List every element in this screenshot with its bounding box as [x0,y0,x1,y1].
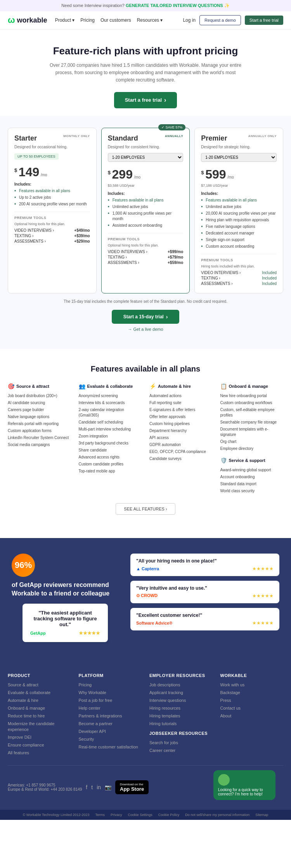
see-all-features-button[interactable]: SEE ALL FEATURES › [116,503,175,515]
footer-copyright: © Workable Technology Limited 2012-2023 [23,813,90,817]
software-advice-quote: "Excellent customer service!" [136,613,274,618]
premier-tool-assessments: ASSESSMENTS › Included [201,281,277,286]
footer-link-backstage[interactable]: Backstage [220,690,240,695]
footer-link-interview-q[interactable]: Interview questions [149,698,186,703]
start-15day-trial-button[interactable]: Start a 15-day trial [112,310,180,324]
features-grid: 🎯 Source & attract Job board distributio… [8,383,283,495]
premier-billing: ANNUALLY ONLY [248,134,277,138]
service-icon: 🛡️ [220,457,227,464]
footer-link-pricing[interactable]: Pricing [79,682,92,687]
chat-widget[interactable]: Looking for a quick way to connect? I'm … [213,770,275,800]
footer-link-applicant[interactable]: Applicant tracking [149,690,183,695]
service-support-title: 🛡️ Service & support [220,457,284,464]
premier-feature-7: Custom account onboarding [201,244,277,249]
footer-link-work-with-us[interactable]: Work with us [220,682,245,687]
nav-product[interactable]: Product ▾ [55,17,75,23]
footer-contact-info: Americas: +1 857 990 9675 Europe & Rest … [8,783,82,792]
banner-link[interactable]: GENERATE TAILORED INTERVIEW QUESTIONS [126,3,223,8]
footer-link-hiring-resources[interactable]: Hiring resources [149,706,180,710]
crowd-quote: "Very intuitive and easy to use." [136,585,274,591]
footer-link-job-desc[interactable]: Job descriptions [149,682,180,687]
footer-link-career-center[interactable]: Career center [149,748,175,753]
hero-cta-button[interactable]: Start a free trial [114,92,177,108]
footer-col-product: PRODUCT Source & attract Evaluate & coll… [8,673,71,757]
footer-link-automate[interactable]: Automate & hire [8,698,38,703]
hero-description: Over 27,000 companies have hired 1.5 mil… [48,62,242,84]
footer-link-contact[interactable]: Contact us [220,706,241,710]
premier-price-annual: $7,188 USD/year [201,184,277,187]
footer-link-press[interactable]: Press [220,698,231,703]
footer-legal-sitemap[interactable]: Sitemap [255,813,268,817]
app-store-button[interactable]: Download on the App Store [115,780,149,794]
percent-circle: 96% [12,554,35,577]
premier-plan-card: Premier ANNUALLY ONLY Designed for strat… [194,128,283,293]
premier-employee-select[interactable]: 1-20 EMPLOYEES 21-50 EMPLOYEES 51-100 EM… [201,153,277,162]
twitter-icon[interactable]: t [91,784,93,790]
footer-link-compliance[interactable]: Ensure compliance [8,743,44,747]
software-advice-reviewer: Software Advice® ★★★★★ [136,620,274,626]
footer-link-modernize[interactable]: Modernize the candidate experience [8,721,54,732]
standard-plan-card: ✓ SAVE 57% Standard ANNUALLY Designed fo… [101,128,190,293]
starter-plan-name: Starter [14,134,37,142]
footer-link-developer[interactable]: Developer API [79,729,106,734]
premier-feature-link-0[interactable]: Features available in all plans [206,198,257,202]
footer-link-search-jobs[interactable]: Search for jobs [149,740,178,745]
standard-feature-link-0[interactable]: Features available in all plans [113,198,164,202]
logo[interactable]: ω workable [8,15,47,25]
footer-link-satisfaction[interactable]: Real-time customer satisfaction [79,745,138,749]
standard-plan-name: Standard [108,134,138,142]
feature-col-source-list: Job board distribution (200+) AI candida… [8,393,71,448]
footer-link-why-workable[interactable]: Why Workable [79,690,106,695]
starter-billing: MONTHLY ONLY [63,134,90,138]
premier-tool-video: VIDEO INTERVIEWS › Included [201,271,277,275]
linkedin-icon[interactable]: in [97,784,101,790]
login-button[interactable]: Log in [183,17,196,23]
premier-price-amount: 599 [205,167,226,181]
facebook-icon[interactable]: f [86,784,87,790]
software-advice-stars: ★★★★★ [252,620,274,626]
trial-note-section: The 15-day trial includes the complete f… [8,293,283,337]
footer-col-employer: EMPLOYER RESOURCES Job descriptions Appl… [149,673,213,757]
standard-feature-2: 1,000 AI sourcing profile views per mont… [108,211,184,222]
footer-legal-terms[interactable]: Terms [95,813,105,817]
footer-platform-title: PLATFORM [79,673,142,678]
standard-billing: ANNUALLY [165,134,183,138]
footer-link-post-job[interactable]: Post a job for free [79,698,113,703]
standard-employee-select[interactable]: 1-20 EMPLOYEES 21-50 EMPLOYEES 51-100 EM… [108,153,184,162]
footer-legal-do-not-sell[interactable]: Do not sell/share my personal informatio… [185,813,249,817]
footer-legal-cookie-policy[interactable]: Cookie Policy [158,813,180,817]
nav-pricing[interactable]: Pricing [80,17,95,23]
footer-link-help[interactable]: Help center [79,706,100,710]
nav-resources[interactable]: Resources ▾ [137,17,163,23]
software-advice-logo: Software Advice® [136,621,172,625]
start-trial-nav-button[interactable]: Start a free trial [245,16,283,25]
navbar: ω workable Product ▾ Pricing Our custome… [0,11,291,30]
nav-customers[interactable]: Our customers [100,17,131,23]
starter-feature-link-0[interactable]: Features available in all plans [19,189,70,193]
footer-link-onboard[interactable]: Onboard & manage [8,706,45,710]
footer-legal-privacy[interactable]: Privacy [111,813,122,817]
footer-col-workable: WORKABLE Work with us Backstage Press Co… [220,673,284,757]
get-live-demo-link[interactable]: → Get a live demo [128,327,163,332]
footer-link-evaluate[interactable]: Evaluate & collaborate [8,690,50,695]
footer-link-hiring-tutorials[interactable]: Hiring tutorials [149,721,177,726]
footer-link-become-partner[interactable]: Become a partner [79,721,113,726]
footer-legal-cookie-settings[interactable]: Cookie Settings [128,813,152,817]
footer-link-reduce[interactable]: Reduce time to hire [8,713,45,718]
footer-link-security[interactable]: Security [79,737,94,741]
footer-link-partners[interactable]: Partners & integrations [79,713,122,718]
banner-emoji: ✨ [224,3,230,8]
footer-link-source[interactable]: Source & attract [8,682,38,687]
footer-workable-title: WORKABLE [220,673,284,678]
footer-link-hiring-templates[interactable]: Hiring templates [149,713,180,718]
footer-link-dei[interactable]: Improve DEI [8,735,31,740]
reviews-right: "All your hiring needs in one place!" ▲ … [130,554,279,630]
footer-link-about[interactable]: About [220,713,232,718]
footer-employer-title: EMPLOYER RESOURCES [149,673,213,678]
hero-title: Feature-rich plans with upfront pricing [16,45,275,57]
getapp-quote-text: "The easiest applicant tracking software… [30,610,100,627]
footer-link-all-features[interactable]: All features [8,750,29,755]
app-store-big: App Store [120,786,144,792]
instagram-icon[interactable]: 📷 [105,784,111,790]
request-demo-button[interactable]: Request a demo [199,15,241,25]
